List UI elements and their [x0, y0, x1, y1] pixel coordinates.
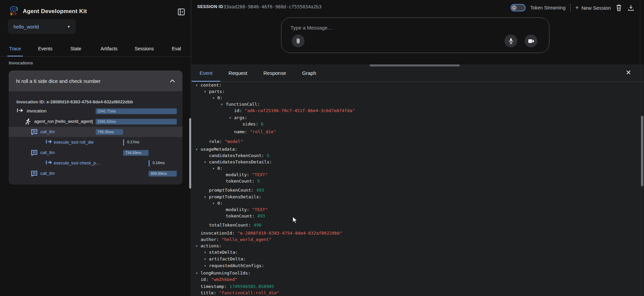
- json-key: actions:: [201, 243, 222, 248]
- json-key: promptTokensDetails:: [209, 194, 262, 199]
- json-key: modality:: [226, 207, 249, 212]
- span-duration-bar: 734.59ms: [123, 150, 149, 156]
- expand-arrow-icon[interactable]: ▼: [221, 101, 226, 108]
- agent-select-dropdown[interactable]: hello_world ▼: [8, 19, 76, 34]
- json-value: "TEXT": [249, 207, 268, 212]
- json-row: modality: "TEXT": [192, 206, 638, 213]
- span-label: call_llm: [40, 171, 55, 176]
- json-key: totalTokenCount:: [209, 223, 251, 228]
- trace-span-row[interactable]: agent_run [hello_world_agent]2341.52ms: [9, 116, 182, 127]
- json-row: ▼stateDelta:: [192, 249, 638, 255]
- json-value: "e-2808fd10-6383-4754-8de4-632af8022dbb": [235, 231, 342, 236]
- json-key: title:: [201, 290, 216, 295]
- collapse-panel-icon[interactable]: [178, 8, 185, 15]
- expand-arrow-icon[interactable]: ▼: [213, 200, 217, 207]
- session-toolbar: − Token Streaming + New Session: [511, 3, 635, 13]
- enter-arrow-icon: [46, 160, 52, 166]
- json-row: ▼usageMetadata:: [192, 146, 638, 152]
- close-icon[interactable]: ✕: [626, 68, 631, 77]
- invocation-card-header[interactable]: hi roll a 6 side dice and check number: [9, 70, 182, 91]
- json-row: ▼actions:: [192, 243, 638, 249]
- json-value: "hello_world_agent": [219, 237, 272, 242]
- tab-request[interactable]: Request: [220, 64, 255, 82]
- invocation-card: hi roll a 6 side dice and check number I…: [9, 70, 182, 185]
- event-detail-panel: Event Request Response Graph ✕ ▼content:…: [192, 64, 644, 296]
- json-key: longRunningToolIds:: [201, 270, 251, 276]
- json-key: artifactDelta:: [209, 256, 246, 261]
- json-value: "TEXT": [249, 172, 268, 177]
- span-label: execute_tool roll_die: [54, 140, 94, 145]
- json-key: args:: [234, 115, 247, 120]
- json-value: 5: [264, 153, 269, 158]
- expand-arrow-icon[interactable]: ▼: [213, 165, 217, 172]
- delete-session-icon[interactable]: [615, 4, 623, 11]
- trace-span-row[interactable]: execute_tool check_p...0.16ms: [9, 158, 182, 168]
- tab-artifacts[interactable]: Artifacts: [101, 46, 118, 51]
- json-row: ▼parts:: [192, 88, 638, 95]
- adk-logo-icon: [9, 6, 18, 17]
- expand-arrow-icon[interactable]: ▼: [196, 243, 201, 249]
- new-session-button[interactable]: + New Session: [575, 4, 611, 11]
- json-key: id:: [201, 277, 208, 282]
- expand-arrow-icon[interactable]: ▼: [196, 146, 201, 153]
- tab-graph[interactable]: Graph: [294, 64, 324, 82]
- json-key: content:: [201, 83, 222, 88]
- expand-arrow-icon[interactable]: ▼: [204, 194, 209, 200]
- trace-span-row[interactable]: call_llm734.59ms: [9, 148, 182, 158]
- expand-arrow-icon[interactable]: ▼: [213, 95, 217, 101]
- expand-arrow-icon[interactable]: ▼: [204, 159, 209, 165]
- download-session-icon[interactable]: [628, 4, 635, 11]
- json-row: modality: "TEXT": [192, 171, 638, 178]
- json-row: ▼content:: [192, 82, 638, 88]
- expand-arrow-icon[interactable]: ▼: [196, 82, 201, 89]
- tab-response[interactable]: Response: [255, 64, 294, 82]
- token-streaming-toggle[interactable]: −: [511, 4, 526, 11]
- tab-sessions[interactable]: Sessions: [135, 46, 154, 51]
- json-row: ▼candidatesTokensDetails:: [192, 159, 638, 165]
- json-row: name: "roll_die": [192, 129, 638, 135]
- json-row: ▼promptTokensDetails:: [192, 194, 638, 200]
- tab-state[interactable]: State: [70, 46, 82, 51]
- json-row: sides: 6: [192, 121, 638, 127]
- app-header: Agent Development Kit: [9, 6, 87, 17]
- microphone-button[interactable]: [504, 35, 517, 47]
- tab-eval[interactable]: Eval: [172, 46, 181, 51]
- tab-event[interactable]: Event: [192, 64, 220, 82]
- json-key: modality:: [226, 172, 249, 177]
- chat-icon: [31, 170, 37, 177]
- expand-arrow-icon[interactable]: ▼: [204, 263, 209, 269]
- span-duration-label: 0.17ms: [127, 140, 139, 144]
- expand-arrow-icon[interactable]: ▼: [204, 249, 209, 256]
- trace-span-row[interactable]: call_llm795.05ms: [9, 127, 182, 137]
- trace-span-row[interactable]: execute_tool roll_die0.17ms: [9, 137, 182, 147]
- message-input-box[interactable]: Type a Message...: [281, 17, 549, 53]
- span-duration-bar: 2341.52ms: [96, 119, 177, 125]
- token-streaming-label: Token Streaming: [530, 5, 566, 10]
- sidebar-scrollbar[interactable]: [189, 118, 191, 189]
- detail-tabs: Event Request Response Graph: [192, 64, 644, 82]
- json-row: ▼artifactDelta:: [192, 256, 638, 262]
- page-scrollbar[interactable]: [641, 116, 643, 186]
- json-key: candidatesTokensDetails:: [209, 159, 272, 164]
- paperclip-icon: [296, 38, 301, 44]
- json-key: name:: [234, 129, 247, 134]
- enter-arrow-icon: [46, 139, 52, 146]
- tab-trace[interactable]: Trace: [9, 46, 21, 51]
- sidebar-tabs: Trace Events State Artifacts Sessions Ev…: [0, 43, 191, 57]
- tab-events[interactable]: Events: [38, 46, 53, 51]
- expand-arrow-icon[interactable]: ▼: [229, 115, 234, 121]
- attach-file-button[interactable]: [292, 35, 305, 47]
- trace-span-row[interactable]: call_llm809.99ms: [9, 168, 182, 179]
- json-row: ▼args:: [192, 114, 638, 121]
- chevron-up-icon[interactable]: [170, 78, 175, 84]
- json-key: stateDelta:: [209, 250, 238, 255]
- expand-arrow-icon[interactable]: ▼: [204, 256, 209, 262]
- json-row: totalTokenCount: 498: [192, 222, 638, 228]
- expand-arrow-icon[interactable]: ▼: [204, 89, 209, 95]
- json-row: tokenCount: 493: [192, 213, 638, 219]
- trace-span-row[interactable]: invocation2341.71ms: [9, 106, 182, 116]
- app-title: Agent Development Kit: [23, 8, 87, 15]
- span-duration-bar: 809.99ms: [149, 171, 177, 177]
- expand-arrow-icon[interactable]: ▼: [196, 270, 201, 277]
- video-button[interactable]: [525, 35, 537, 47]
